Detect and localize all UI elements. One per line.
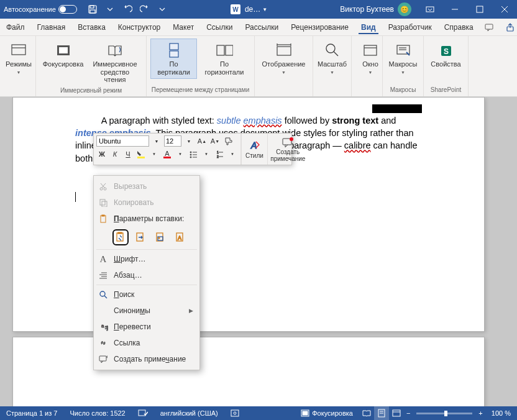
- format-painter-button[interactable]: [222, 135, 234, 147]
- status-macros[interactable]: [224, 406, 245, 420]
- font-dropdown[interactable]: ▼: [151, 135, 162, 147]
- zoom-button[interactable]: Масштаб ▼: [317, 39, 347, 78]
- chevron-down-icon: ▼: [401, 70, 405, 75]
- shrink-font-button[interactable]: A▼: [209, 135, 221, 147]
- font-color-button[interactable]: A: [162, 148, 173, 160]
- status-spellcheck[interactable]: [132, 406, 154, 420]
- minimize-button[interactable]: [442, 0, 467, 19]
- paste-picture-button[interactable]: [152, 229, 168, 245]
- fontcolor-dropdown[interactable]: ▼: [175, 148, 186, 160]
- close-button[interactable]: [492, 0, 517, 19]
- redo-button[interactable]: [137, 1, 153, 17]
- zoom-slider[interactable]: [416, 413, 472, 414]
- styles-button[interactable]: A Стили: [241, 134, 267, 165]
- save-button[interactable]: [85, 1, 101, 17]
- read-mode-button[interactable]: [359, 406, 374, 420]
- tab-insert[interactable]: Вставка: [71, 19, 112, 35]
- numbering-dropdown[interactable]: ▼: [227, 148, 238, 160]
- qat-dropdown[interactable]: [102, 1, 118, 17]
- chevron-down-icon: ▼: [330, 70, 334, 75]
- status-focus-mode[interactable]: Фокусировка: [295, 406, 359, 420]
- horizontal-pages-button[interactable]: По горизонтали: [198, 39, 250, 79]
- size-dropdown[interactable]: ▼: [183, 135, 194, 147]
- print-layout-button[interactable]: [374, 406, 389, 420]
- maximize-button[interactable]: [467, 0, 492, 19]
- svg-rect-19: [277, 47, 291, 55]
- highlight-dropdown[interactable]: ▼: [149, 148, 160, 160]
- status-word-count[interactable]: Число слов: 1522: [63, 406, 131, 420]
- menu-cut[interactable]: Вырезать: [94, 178, 199, 194]
- svg-point-68: [100, 291, 105, 296]
- svg-text:A: A: [178, 235, 181, 241]
- paste-options-row: A: [94, 227, 199, 248]
- display-button[interactable]: Отображение ▼: [258, 39, 309, 78]
- underline-button[interactable]: Ч: [122, 148, 134, 160]
- title-bar: Автосохранение W de… ▼ Виктор Бухтеев 😊: [0, 0, 517, 19]
- tab-help[interactable]: Справка: [438, 19, 480, 35]
- ribbon-options-button[interactable]: [418, 0, 442, 19]
- tab-design[interactable]: Конструктор: [112, 19, 167, 35]
- qat-customize[interactable]: [154, 1, 170, 17]
- menu-link[interactable]: Ссылка: [94, 335, 199, 351]
- bold-button[interactable]: Ж: [96, 148, 108, 160]
- comments-button[interactable]: [480, 19, 498, 35]
- menu-search[interactable]: Поиск: [94, 286, 199, 303]
- web-layout-button[interactable]: [389, 406, 404, 420]
- highlight-button[interactable]: [135, 148, 147, 160]
- bullets-button[interactable]: [188, 148, 199, 160]
- zoom-in-button[interactable]: +: [476, 406, 485, 420]
- zoom-out-button[interactable]: −: [404, 406, 413, 420]
- page-1[interactable]: A paragraph with styled text: subtle emp…: [12, 97, 485, 332]
- macros-button[interactable]: Макросы ▼: [387, 39, 419, 78]
- autosave-toggle[interactable]: Автосохранение: [0, 5, 81, 14]
- focus-mode-button[interactable]: Фокусировка: [40, 39, 86, 71]
- svg-rect-82: [393, 410, 400, 416]
- menu-paste-label: Параметры вставки:: [114, 214, 184, 223]
- macros-icon: [395, 42, 412, 59]
- status-page[interactable]: Страница 1 из 7: [0, 406, 63, 420]
- immersive-reader-button[interactable]: Иммерсивное средство чтения: [88, 39, 142, 87]
- undo-button[interactable]: [119, 1, 135, 17]
- tab-developer[interactable]: Разработчик: [382, 19, 438, 35]
- svg-rect-25: [364, 45, 377, 55]
- menu-font[interactable]: A Шрифт…: [94, 251, 199, 267]
- numbering-button[interactable]: 12: [214, 148, 225, 160]
- vertical-pages-button[interactable]: По вертикали: [150, 39, 197, 79]
- bullets-dropdown[interactable]: ▼: [201, 148, 212, 160]
- tab-mailings[interactable]: Рассылки: [239, 19, 285, 35]
- paste-text-only-button[interactable]: A: [172, 229, 188, 245]
- user-account[interactable]: Виктор Бухтеев 😊: [340, 2, 411, 16]
- tab-view[interactable]: Вид: [355, 19, 382, 35]
- share-button[interactable]: Поделиться: [498, 19, 517, 35]
- modes-button[interactable]: Режимы ▼: [4, 39, 34, 78]
- chevron-down-icon: ▼: [368, 70, 373, 75]
- quick-access-toolbar: [85, 1, 170, 17]
- new-comment-button[interactable]: Создать примечание: [267, 134, 308, 165]
- page-2[interactable]: [12, 337, 485, 406]
- tab-file[interactable]: Файл: [0, 19, 31, 35]
- vertical-label: По вертикали: [155, 60, 193, 76]
- paste-merge-button[interactable]: [132, 229, 149, 245]
- font-size-input[interactable]: [164, 135, 181, 147]
- menu-synonyms[interactable]: Синонимы ▶: [94, 303, 199, 319]
- menu-copy[interactable]: Копировать: [94, 194, 199, 211]
- menu-copy-label: Копировать: [114, 198, 154, 207]
- properties-button[interactable]: S Свойства: [428, 39, 464, 71]
- grow-font-button[interactable]: A▲: [196, 135, 208, 147]
- menu-new-comment[interactable]: + Создать примечание: [94, 351, 199, 367]
- window-button[interactable]: Окно ▼: [355, 39, 385, 78]
- tab-review[interactable]: Рецензирование: [285, 19, 355, 35]
- menu-translate[interactable]: a字 Перевести: [94, 319, 199, 335]
- document-title[interactable]: W de… ▼: [231, 4, 267, 14]
- menu-paragraph[interactable]: Абзац…: [94, 267, 199, 283]
- status-language[interactable]: английский (США): [154, 406, 224, 420]
- italic-button[interactable]: К: [109, 148, 121, 160]
- tab-layout[interactable]: Макет: [167, 19, 200, 35]
- svg-text:a: a: [101, 323, 104, 329]
- font-name-input[interactable]: [96, 135, 149, 147]
- tab-home[interactable]: Главная: [31, 19, 72, 35]
- tab-references[interactable]: Ссылки: [200, 19, 239, 35]
- paste-keep-source-button[interactable]: [112, 229, 129, 245]
- svg-rect-10: [12, 45, 25, 55]
- zoom-level[interactable]: 100 %: [485, 406, 517, 420]
